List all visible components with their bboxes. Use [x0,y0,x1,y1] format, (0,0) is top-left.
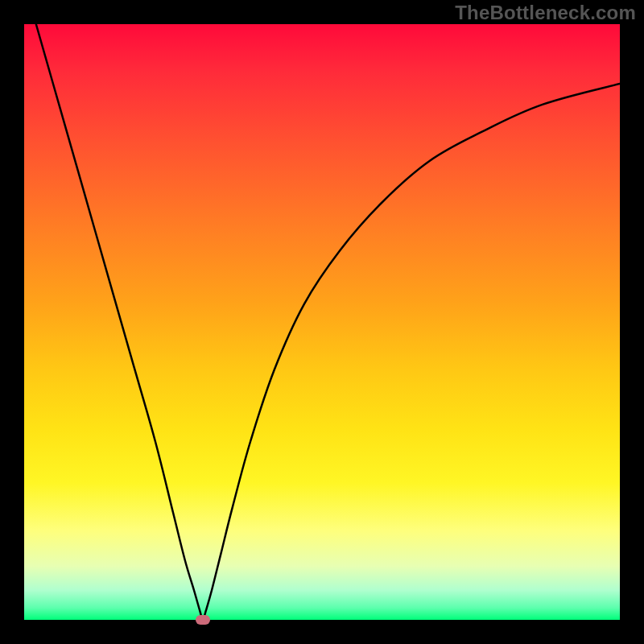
chart-container: TheBottleneck.com [0,0,644,644]
curve-svg [24,24,620,620]
plot-area [24,24,620,620]
minimum-marker [196,615,210,625]
watermark-text: TheBottleneck.com [455,2,636,24]
bottleneck-curve-path [36,24,620,620]
